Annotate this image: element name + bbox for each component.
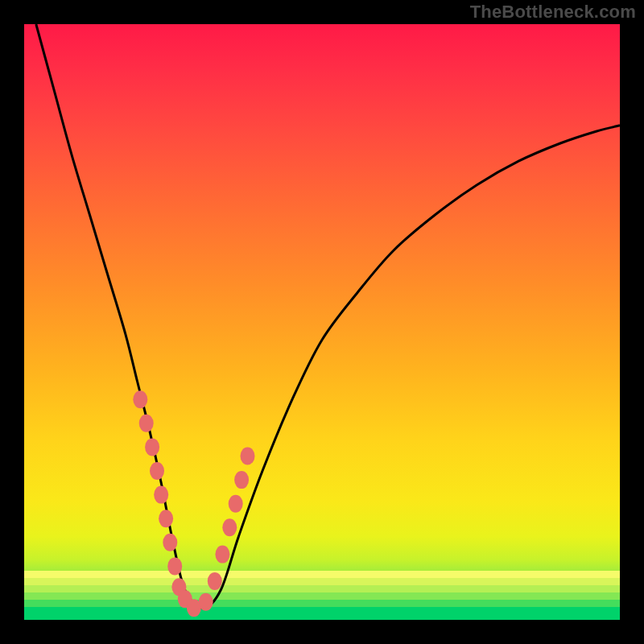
data-marker bbox=[229, 495, 243, 513]
data-marker bbox=[139, 415, 154, 432]
data-marker bbox=[163, 534, 177, 551]
chart-frame: TheBottleneck.com bbox=[0, 0, 644, 644]
data-marker bbox=[215, 546, 229, 564]
plot-area bbox=[24, 24, 620, 620]
data-marker bbox=[241, 448, 255, 465]
data-marker bbox=[154, 486, 168, 504]
data-marker bbox=[199, 593, 213, 611]
bottleneck-curve-path bbox=[36, 24, 620, 608]
data-marker bbox=[133, 390, 147, 408]
data-marker bbox=[150, 462, 164, 480]
curve-layer bbox=[24, 24, 620, 620]
data-marker bbox=[234, 471, 249, 489]
data-marker bbox=[167, 557, 182, 575]
watermark-text: TheBottleneck.com bbox=[470, 2, 636, 23]
data-marker bbox=[222, 518, 237, 536]
data-marker bbox=[208, 572, 222, 590]
marker-group bbox=[133, 390, 254, 617]
data-marker bbox=[159, 510, 173, 527]
data-marker bbox=[145, 438, 159, 456]
